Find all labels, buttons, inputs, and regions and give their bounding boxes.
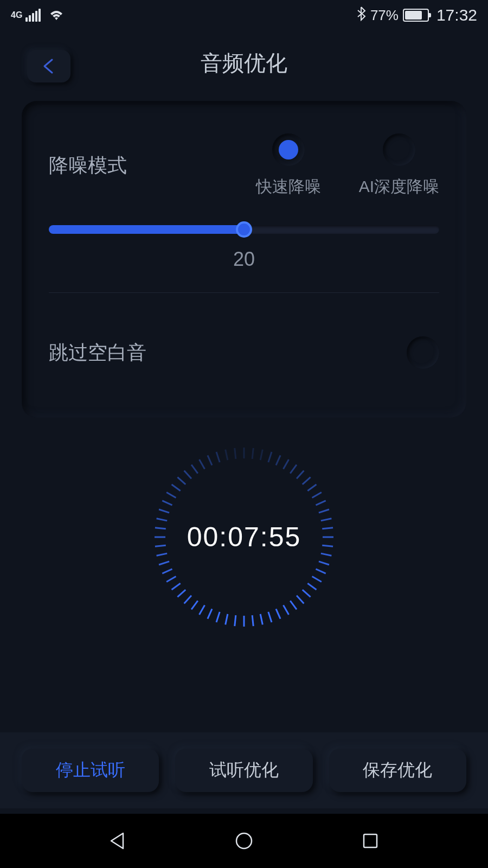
- svg-line-56: [208, 455, 212, 465]
- radio-label: AI深度降噪: [359, 176, 439, 198]
- svg-line-24: [290, 601, 297, 609]
- battery-percent: 77%: [370, 7, 399, 24]
- svg-line-39: [172, 583, 181, 590]
- svg-line-33: [216, 612, 220, 622]
- svg-line-44: [155, 545, 166, 546]
- svg-line-2: [260, 450, 262, 461]
- svg-line-6: [290, 465, 297, 474]
- svg-line-13: [321, 519, 332, 521]
- svg-line-46: [155, 528, 166, 529]
- wifi-icon: [48, 9, 65, 22]
- svg-point-60: [236, 833, 252, 848]
- radio-fast-noise[interactable]: 快速降噪: [256, 133, 321, 198]
- triangle-back-icon: [107, 830, 129, 852]
- svg-line-52: [177, 477, 185, 484]
- svg-line-22: [303, 590, 311, 597]
- skip-silence-toggle[interactable]: [407, 336, 439, 369]
- svg-line-7: [297, 470, 304, 478]
- radio-label: 快速降噪: [256, 176, 321, 198]
- svg-line-25: [284, 605, 289, 615]
- timer-ticks-icon: [146, 439, 342, 635]
- radio-ai-noise[interactable]: AI深度降噪: [359, 133, 439, 198]
- svg-line-29: [252, 615, 253, 626]
- back-button[interactable]: [27, 50, 70, 82]
- settings-panel: 降噪模式 快速降噪 AI深度降噪 20 跳过空白音: [22, 101, 466, 418]
- svg-line-53: [184, 470, 191, 478]
- svg-line-34: [208, 609, 212, 618]
- save-optimize-button[interactable]: 保存优化: [329, 749, 466, 792]
- svg-rect-61: [364, 834, 377, 847]
- svg-line-27: [268, 612, 272, 622]
- svg-line-5: [284, 459, 289, 469]
- svg-line-10: [312, 493, 322, 498]
- noise-slider-section: 20: [22, 214, 466, 287]
- svg-line-14: [322, 528, 333, 529]
- noise-mode-radio-group: 快速降噪 AI深度降噪: [256, 133, 439, 198]
- nav-home-button[interactable]: [233, 830, 255, 852]
- svg-line-28: [260, 614, 262, 625]
- timer-section: 00:07:55: [0, 439, 488, 635]
- bottom-action-bar: 停止试听 试听优化 保存优化: [0, 732, 488, 808]
- svg-line-21: [307, 583, 316, 590]
- svg-line-18: [319, 561, 329, 565]
- skip-silence-row: 跳过空白音: [22, 298, 466, 391]
- svg-line-41: [162, 569, 172, 573]
- nav-recent-button[interactable]: [359, 830, 381, 852]
- svg-line-35: [200, 605, 205, 615]
- svg-line-57: [216, 452, 220, 462]
- svg-line-50: [166, 493, 176, 498]
- preview-optimize-button[interactable]: 试听优化: [175, 749, 312, 792]
- svg-line-47: [157, 519, 168, 521]
- stop-preview-button[interactable]: 停止试听: [22, 749, 159, 792]
- battery-icon: [403, 9, 429, 22]
- svg-line-55: [200, 459, 205, 469]
- noise-slider[interactable]: [49, 225, 439, 234]
- noise-mode-row: 降噪模式 快速降噪 AI深度降噪: [22, 117, 466, 214]
- skip-silence-label: 跳过空白音: [49, 340, 407, 366]
- svg-line-37: [184, 596, 191, 604]
- timer-dial: 00:07:55: [146, 439, 342, 635]
- network-indicator: 4G: [11, 9, 41, 22]
- svg-line-38: [177, 590, 185, 597]
- svg-line-3: [268, 452, 272, 462]
- svg-line-58: [226, 450, 228, 461]
- svg-line-42: [159, 561, 169, 565]
- system-nav-bar: [0, 814, 488, 868]
- svg-line-11: [316, 501, 325, 505]
- svg-line-4: [276, 455, 280, 465]
- svg-line-54: [191, 465, 198, 474]
- page-title: 音频优化: [201, 48, 287, 78]
- button-label: 停止试听: [56, 758, 125, 782]
- svg-line-23: [297, 596, 304, 604]
- svg-line-20: [312, 577, 322, 582]
- network-type: 4G: [11, 11, 22, 20]
- header: 音频优化: [0, 30, 488, 95]
- svg-line-26: [276, 609, 280, 618]
- svg-line-48: [159, 509, 169, 513]
- circle-home-icon: [233, 830, 255, 852]
- button-label: 保存优化: [363, 758, 432, 782]
- clock-time: 17:32: [436, 6, 477, 24]
- chevron-left-icon: [40, 58, 57, 75]
- svg-line-9: [307, 484, 316, 491]
- svg-line-19: [316, 569, 325, 573]
- slider-fill: [49, 225, 244, 234]
- square-recent-icon: [359, 830, 381, 852]
- svg-line-49: [162, 501, 172, 505]
- svg-line-43: [157, 553, 168, 556]
- divider: [49, 292, 439, 293]
- nav-back-button[interactable]: [107, 830, 129, 852]
- svg-line-59: [235, 448, 236, 459]
- radio-circle-icon: [383, 133, 415, 166]
- noise-mode-label: 降噪模式: [49, 152, 256, 179]
- svg-line-8: [303, 477, 311, 484]
- svg-line-36: [191, 601, 198, 609]
- svg-line-51: [172, 484, 181, 491]
- svg-line-40: [166, 577, 176, 582]
- signal-bars-icon: [25, 9, 41, 22]
- svg-line-31: [235, 615, 236, 626]
- button-label: 试听优化: [209, 758, 279, 782]
- svg-line-32: [226, 614, 228, 625]
- slider-value: 20: [49, 248, 439, 271]
- slider-thumb[interactable]: [236, 221, 252, 238]
